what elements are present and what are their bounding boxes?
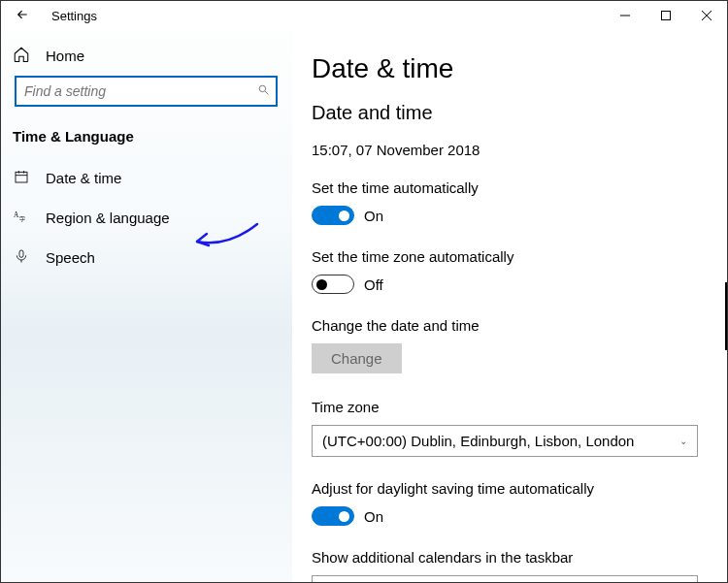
caption-buttons [605,1,727,30]
titlebar: Settings [1,1,727,30]
section-heading: Date and time [312,102,704,124]
change-button[interactable]: Change [312,343,402,373]
sidebar-item-region-language[interactable]: A字 Region & language [1,198,291,238]
search-icon [250,83,276,99]
maximize-button[interactable] [645,1,686,30]
chevron-down-icon: ⌄ [679,436,687,446]
additional-calendars-select[interactable]: Don't show additional calendars ⌄ [312,575,698,582]
dst-state: On [364,508,383,525]
mic-icon [13,248,30,267]
svg-rect-12 [19,250,23,257]
timezone-label: Time zone [312,399,704,415]
sidebar-item-date-time[interactable]: Date & time [1,158,291,198]
arrow-left-icon [16,8,29,21]
window-title: Settings [51,9,97,23]
globe-text-icon: A字 [13,209,30,227]
minimize-button[interactable] [605,1,645,30]
search-input[interactable] [15,76,278,107]
page-title: Date & time [312,53,704,84]
sidebar-item-label: Date & time [46,170,121,186]
auto-tz-label: Set the time zone automatically [312,248,704,265]
calendar-icon [13,169,30,187]
timezone-value: (UTC+00:00) Dublin, Edinburgh, Lisbon, L… [322,433,634,449]
home-icon [13,46,30,66]
sidebar-section-header: Time & Language [1,122,291,158]
nav-home[interactable]: Home [1,38,291,76]
current-datetime: 15:07, 07 November 2018 [312,142,704,158]
auto-time-state: On [364,208,383,224]
sidebar-item-speech[interactable]: Speech [1,238,291,277]
timezone-select[interactable]: (UTC+00:00) Dublin, Edinburgh, Lisbon, L… [312,425,698,457]
svg-rect-6 [16,172,27,182]
svg-text:字: 字 [19,215,25,222]
search-field[interactable] [17,83,250,99]
sidebar: Home Time & Language Date & time A字 Regi… [1,30,292,582]
back-button[interactable] [13,8,32,24]
change-dt-label: Change the date and time [312,317,704,334]
auto-time-toggle[interactable] [312,206,354,225]
svg-point-4 [259,85,266,92]
dst-toggle[interactable] [312,506,354,526]
sidebar-item-label: Speech [46,249,95,266]
sidebar-item-label: Region & language [46,210,170,226]
auto-tz-state: Off [364,276,383,293]
svg-rect-1 [662,12,671,20]
auto-tz-toggle[interactable] [312,275,354,294]
close-button[interactable] [686,1,727,30]
nav-home-label: Home [46,48,84,64]
dst-label: Adjust for daylight saving time automati… [312,480,704,497]
auto-time-label: Set the time automatically [312,179,704,196]
content-pane: Date & time Date and time 15:07, 07 Nove… [292,30,727,582]
svg-text:A: A [14,211,19,219]
scrollbar-indicator[interactable] [725,282,727,350]
svg-line-5 [265,91,268,94]
additional-calendars-label: Show additional calendars in the taskbar [312,549,704,566]
